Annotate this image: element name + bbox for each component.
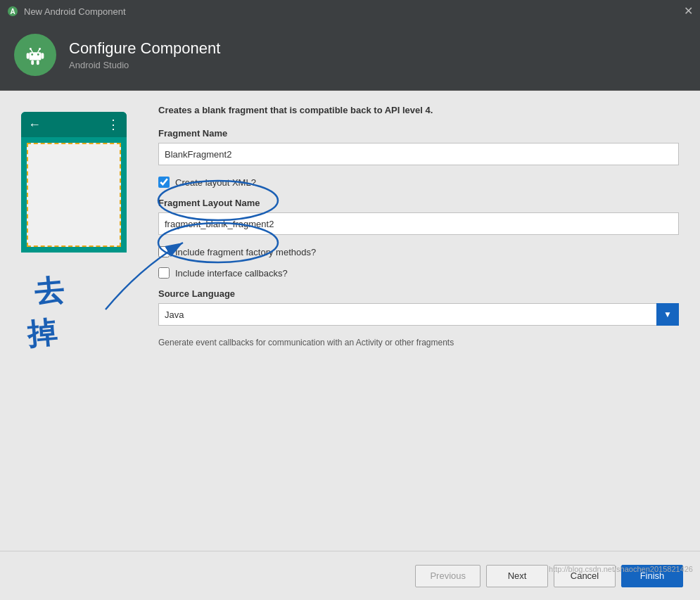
android-studio-logo [14,34,56,76]
previous-button[interactable]: Previous [415,565,481,587]
fragment-name-input[interactable] [158,143,679,165]
next-button[interactable]: Next [486,565,548,587]
close-button[interactable]: ✕ [684,6,693,17]
svg-point-4 [31,53,33,56]
create-layout-xml-row: Create layout XML? [158,177,679,188]
window-title: New Android Component [24,6,126,17]
header: Configure Component Android Studio [0,23,700,91]
fragment-name-group: Fragment Name [158,128,679,165]
svg-rect-11 [42,53,44,59]
svg-rect-10 [27,53,30,59]
phone-content-area [27,143,121,247]
form-panel: Creates a blank fragment that is compati… [158,105,679,536]
fragment-layout-name-group: Fragment Layout Name [158,198,679,235]
svg-rect-3 [29,52,41,60]
main-content: ← ⋮ Creates a blank fragment that is com… [0,91,700,550]
app-icon: A [7,6,18,17]
phone-top-bar: ← ⋮ [21,112,127,137]
interface-callbacks-label[interactable]: Include interface callbacks? [175,268,288,279]
bottom-bar: Previous Next Cancel Finish [0,551,700,600]
svg-rect-12 [31,60,34,65]
factory-methods-checkbox[interactable] [158,246,170,257]
svg-point-9 [39,48,41,50]
fragment-layout-name-label: Fragment Layout Name [158,198,679,208]
cancel-button[interactable]: Cancel [554,565,616,587]
header-title: Configure Component [69,39,220,58]
svg-text:A: A [10,8,15,15]
source-language-group: Source Language Java Kotlin [158,288,679,326]
svg-rect-13 [37,60,39,65]
title-bar: A New Android Component ✕ [0,0,700,23]
finish-button[interactable]: Finish [621,565,683,587]
preview-panel: ← ⋮ [21,105,137,536]
svg-point-5 [37,53,39,56]
phone-preview: ← ⋮ [21,112,127,253]
interface-callbacks-checkbox[interactable] [158,267,170,279]
fragment-layout-name-input[interactable] [158,212,679,235]
help-text: Generate event callbacks for communicati… [158,337,679,349]
description-text: Creates a blank fragment that is compati… [158,105,679,115]
header-subtitle: Android Studio [69,60,220,70]
svg-point-8 [30,48,32,50]
create-layout-xml-label[interactable]: Create layout XML? [175,177,256,188]
phone-menu-icon: ⋮ [107,117,120,132]
fragment-name-label: Fragment Name [158,128,679,139]
factory-methods-row: Include fragment factory methods? [158,246,679,257]
source-language-label: Source Language [158,288,679,299]
header-text: Configure Component Android Studio [69,39,220,70]
source-language-select[interactable]: Java Kotlin [158,303,679,326]
title-bar-left: A New Android Component [7,6,126,17]
create-layout-xml-checkbox[interactable] [158,177,170,188]
factory-methods-label[interactable]: Include fragment factory methods? [175,247,316,257]
source-language-select-wrapper: Java Kotlin [158,303,679,326]
interface-callbacks-row: Include interface callbacks? [158,267,679,279]
android-icon [22,42,49,68]
phone-back-icon: ← [28,117,41,132]
